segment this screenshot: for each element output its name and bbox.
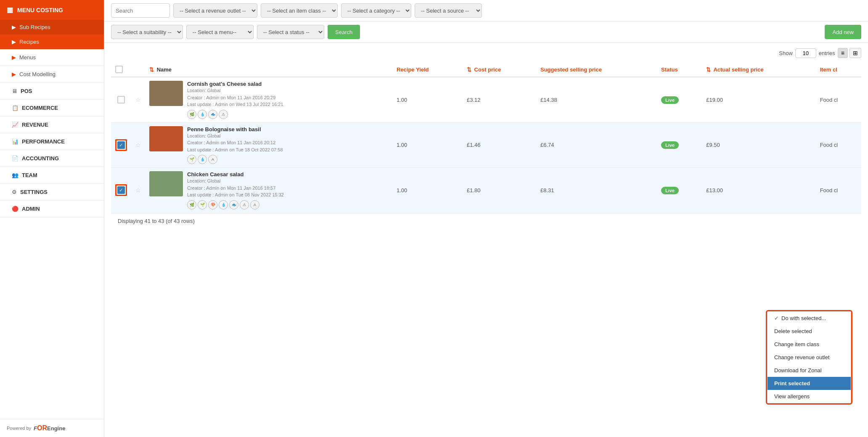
pagination-text: Displaying 41 to 43 (of 43 rows) [118, 218, 195, 224]
ecommerce-icon: 📋 [12, 105, 19, 111]
yield-cell: 1.00 [392, 122, 463, 168]
sidebar-item-pos[interactable]: 🖥 POS [0, 83, 104, 100]
col-header-status: Status [657, 62, 702, 77]
sidebar-header[interactable]: ▦ MENU COSTING [0, 0, 104, 20]
name-cell: Penne Bolognaise with basil Location: Gl… [145, 122, 392, 168]
sidebar-item-sub-recipes[interactable]: ▶ Sub Recipes [0, 20, 104, 34]
allergen-icon: 🌿 [187, 200, 196, 209]
dropdown-item-view-allergens[interactable]: View allergens [767, 390, 851, 403]
status-select[interactable]: -- Select a status -- [257, 25, 324, 39]
footer-logo: FOREngine [34, 424, 65, 432]
cost-cell: £3.12 [463, 77, 536, 122]
revenue-icon: 📈 [12, 122, 19, 128]
sort-icon: ⇅ [467, 66, 471, 73]
pagination-info: Displaying 41 to 43 (of 43 rows) [111, 213, 861, 228]
suggested-cell: £14.38 [536, 77, 657, 122]
item-class-cell: Food cl [816, 168, 861, 213]
actual-cell: £19.00 [702, 77, 815, 122]
allergen-icon: ⚠ [240, 200, 249, 209]
show-label: Show [779, 50, 793, 56]
search-input[interactable] [111, 3, 170, 18]
sidebar-item-performance[interactable]: 📊 PERFORMANCE [0, 133, 104, 150]
sidebar-item-menus[interactable]: ▶ Menus [0, 49, 104, 66]
source-select[interactable]: -- Select a source -- [415, 3, 482, 18]
check-icon: ✓ [774, 315, 779, 321]
dropdown-item-change-revenue[interactable]: Change revenue outlet [767, 351, 851, 364]
actual-cell: £9.50 [702, 122, 815, 168]
recipe-name: Cornish goat's Cheese salad [187, 81, 283, 87]
star-icon[interactable]: ☆ [135, 96, 141, 103]
dropdown-item-print-selected[interactable]: Print selected [767, 377, 851, 390]
sidebar-footer: Powered by FOREngine [0, 419, 104, 437]
recipe-location: Location: Global [187, 132, 283, 140]
row-checkbox[interactable] [117, 96, 125, 103]
allergen-icons: 🌿🌱🍄💧🐟⚠A [187, 200, 284, 209]
list-view-button[interactable]: ≡ [838, 48, 848, 58]
name-cell: Cornish goat's Cheese salad Location: Gl… [145, 77, 392, 122]
col-header-item-class: Item cl [816, 62, 861, 77]
col-header-suggested: Suggested selling price [536, 62, 657, 77]
col-header-name: ⇅ Name [145, 62, 392, 77]
settings-icon: ⚙ [12, 189, 17, 195]
recipe-image [149, 171, 183, 196]
allergen-icon: 🌱 [187, 155, 196, 164]
main-content: -- Select a revenue outlet -- -- Select … [104, 0, 868, 437]
sidebar-item-cost-modelling[interactable]: ▶ Cost Modelling [0, 66, 104, 83]
arrow-icon: ▶ [12, 54, 16, 61]
add-new-button[interactable]: Add new [825, 25, 861, 39]
sidebar-title: MENU COSTING [17, 7, 63, 13]
star-icon[interactable]: ☆ [135, 187, 141, 193]
checkbox-cell [111, 77, 131, 122]
allergen-icon: 🌱 [198, 200, 207, 209]
select-all-checkbox[interactable] [115, 66, 123, 73]
table-row: ✓ ☆ Chicken Caesar salad Location: Globa… [111, 168, 861, 213]
sidebar-item-admin[interactable]: 🔴 ADMIN [0, 201, 104, 217]
item-class-select[interactable]: -- Select an item class -- [261, 3, 338, 18]
sidebar-item-ecommerce[interactable]: 📋 ECOMMERCE [0, 100, 104, 117]
search-button[interactable]: Search [328, 25, 360, 39]
recipe-last-update: Last update : Admin on Tue 18 Oct 2022 0… [187, 146, 283, 154]
dropdown-item-delete[interactable]: Delete selected [767, 325, 851, 338]
star-icon[interactable]: ☆ [135, 142, 141, 148]
col-header-yield: Recipe Yield [392, 62, 463, 77]
menu-select[interactable]: -- Select a menu-- [186, 25, 254, 39]
allergen-icon: A [250, 200, 259, 209]
table-row: ✓ ☆ Penne Bolognaise with basil Location… [111, 122, 861, 168]
entries-count-input[interactable] [795, 48, 816, 58]
sidebar-item-recipes[interactable]: ▶ Recipes [0, 34, 104, 49]
suitability-select[interactable]: -- Select a suitability -- [111, 25, 183, 39]
item-class-cell: Food cl [816, 77, 861, 122]
team-icon: 👥 [12, 172, 19, 178]
allergen-icon: 💧 [198, 155, 207, 164]
cost-cell: £1.46 [463, 122, 536, 168]
allergen-icon: 💧 [219, 200, 228, 209]
admin-icon: 🔴 [12, 206, 19, 212]
recipe-name: Chicken Caesar salad [187, 171, 284, 177]
status-cell: Live [657, 77, 702, 122]
filter-bar-1: -- Select a revenue outlet -- -- Select … [104, 0, 868, 21]
status-badge: Live [661, 141, 679, 149]
context-dropdown-menu: ✓ Do with selected... Delete selected Ch… [767, 311, 851, 403]
dropdown-item-do-with-selected[interactable]: ✓ Do with selected... [767, 312, 851, 325]
allergen-icon: 🌿 [187, 110, 196, 119]
row-checkbox[interactable]: ✓ [117, 186, 125, 194]
filter-bar-2: -- Select a suitability -- -- Select a m… [104, 21, 868, 43]
grid-icon: ▦ [7, 6, 13, 14]
col-header-star [131, 62, 145, 77]
entries-label: entries [819, 50, 835, 56]
status-cell: Live [657, 168, 702, 213]
row-checkbox[interactable]: ✓ [117, 141, 125, 149]
grid-view-button[interactable]: ⊞ [849, 48, 861, 58]
show-entries-bar: Show entries ≡ ⊞ [111, 48, 861, 58]
revenue-outlet-select[interactable]: -- Select a revenue outlet -- [173, 3, 257, 18]
sidebar-item-accounting[interactable]: 📄 ACCOUNTING [0, 150, 104, 167]
actual-cell: £13.00 [702, 168, 815, 213]
dropdown-item-download-zonal[interactable]: Download for Zonal [767, 364, 851, 377]
sidebar-item-team[interactable]: 👥 TEAM [0, 167, 104, 184]
star-cell: ☆ [131, 77, 145, 122]
category-select[interactable]: -- Select a category -- [341, 3, 411, 18]
dropdown-item-change-class[interactable]: Change item class [767, 338, 851, 351]
sort-icon: ⇅ [149, 66, 154, 73]
sidebar-item-settings[interactable]: ⚙ SETTINGS [0, 184, 104, 201]
sidebar-item-revenue[interactable]: 📈 REVENUE [0, 117, 104, 133]
